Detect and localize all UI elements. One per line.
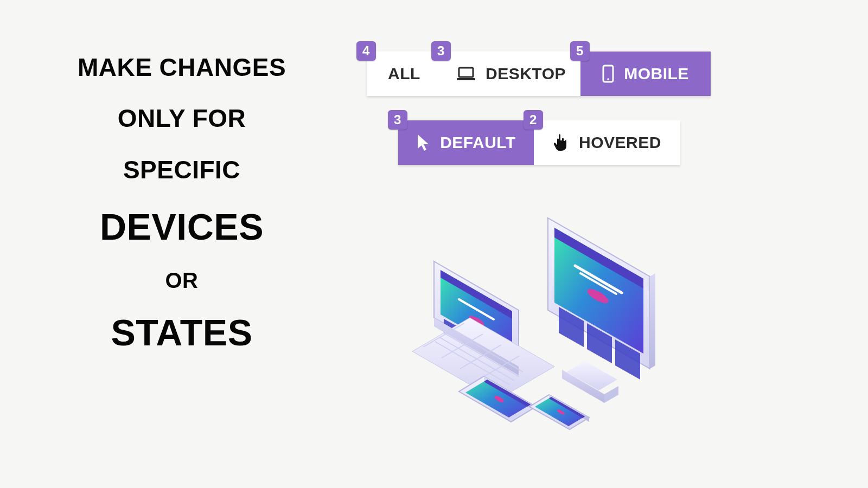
cursor-hand-icon <box>553 133 569 152</box>
tab-mobile-label: MOBILE <box>624 65 689 83</box>
svg-line-31 <box>423 323 464 347</box>
devices-illustration <box>412 206 662 434</box>
svg-marker-14 <box>566 361 617 390</box>
svg-marker-18 <box>441 270 512 356</box>
svg-marker-7 <box>554 228 643 288</box>
svg-marker-15 <box>562 370 604 403</box>
tab-desktop-label: DESKTOP <box>486 65 566 83</box>
svg-marker-37 <box>465 380 531 418</box>
svg-marker-11 <box>559 307 584 347</box>
svg-marker-12 <box>587 323 612 363</box>
svg-point-10 <box>585 286 610 306</box>
svg-rect-0 <box>459 68 473 77</box>
headline-line-1: MAKE CHANGES <box>54 54 309 80</box>
svg-point-44 <box>557 408 566 415</box>
svg-line-28 <box>444 333 519 376</box>
badge-mobile: 5 <box>570 41 590 61</box>
svg-marker-6 <box>554 228 643 354</box>
cursor-arrow-icon <box>416 133 430 152</box>
svg-marker-23 <box>467 332 486 361</box>
svg-marker-41 <box>549 395 589 422</box>
svg-marker-38 <box>484 380 531 407</box>
headline-line-4: DEVICES <box>54 208 309 246</box>
svg-marker-5 <box>650 273 655 369</box>
tablet-illustration-icon <box>459 376 536 422</box>
svg-marker-36 <box>484 376 536 411</box>
tab-all[interactable]: 4 ALL <box>367 52 442 96</box>
svg-line-30 <box>435 342 510 385</box>
svg-point-3 <box>607 78 609 80</box>
tab-desktop[interactable]: 3 DESKTOP <box>442 52 580 96</box>
tab-default[interactable]: 3 DEFAULT <box>398 120 534 165</box>
svg-marker-17 <box>434 261 519 367</box>
tab-mobile[interactable]: 5 MOBILE <box>580 52 711 96</box>
badge-default: 3 <box>388 110 407 130</box>
svg-point-21 <box>467 314 486 328</box>
svg-line-20 <box>459 299 494 319</box>
tab-hovered[interactable]: 2 HOVERED <box>534 120 680 165</box>
svg-rect-1 <box>457 78 475 80</box>
svg-marker-4 <box>548 218 650 369</box>
headline-line-3: SPECIFIC <box>54 157 309 183</box>
headline-line-6: STATES <box>54 313 309 352</box>
svg-line-34 <box>478 356 520 380</box>
svg-line-9 <box>580 273 616 294</box>
badge-desktop: 3 <box>431 41 451 61</box>
state-tabs: 3 DEFAULT 2 HOVERED <box>398 120 680 165</box>
headline: MAKE CHANGES ONLY FOR SPECIFIC DEVICES O… <box>54 54 309 352</box>
svg-marker-26 <box>434 318 519 375</box>
badge-hovered: 2 <box>524 110 543 130</box>
mobile-icon <box>602 65 614 83</box>
svg-line-27 <box>448 329 523 372</box>
svg-line-32 <box>442 334 483 358</box>
headline-line-2: ONLY FOR <box>54 105 309 131</box>
laptop-illustration-icon <box>412 261 554 400</box>
svg-line-29 <box>439 337 514 381</box>
svg-marker-35 <box>459 376 536 422</box>
phone-illustration-icon <box>529 395 589 429</box>
svg-marker-13 <box>615 339 640 380</box>
svg-marker-40 <box>529 395 589 429</box>
svg-marker-25 <box>412 318 554 400</box>
svg-marker-24 <box>489 345 509 374</box>
tab-hovered-label: HOVERED <box>579 133 661 152</box>
tab-default-label: DEFAULT <box>440 133 516 152</box>
svg-marker-22 <box>444 319 463 348</box>
svg-line-33 <box>460 345 501 369</box>
badge-all: 4 <box>356 41 376 61</box>
headline-line-5: OR <box>54 269 309 292</box>
svg-point-39 <box>493 395 505 404</box>
svg-line-8 <box>575 266 622 293</box>
device-tabs: 4 ALL 3 DESKTOP 5 MOBILE <box>367 52 711 96</box>
svg-marker-43 <box>549 397 585 418</box>
laptop-icon <box>456 66 476 81</box>
svg-marker-16 <box>604 386 618 403</box>
svg-marker-19 <box>441 270 512 319</box>
monitor-icon <box>548 218 655 403</box>
tab-all-label: ALL <box>388 65 420 83</box>
svg-marker-42 <box>535 397 585 426</box>
